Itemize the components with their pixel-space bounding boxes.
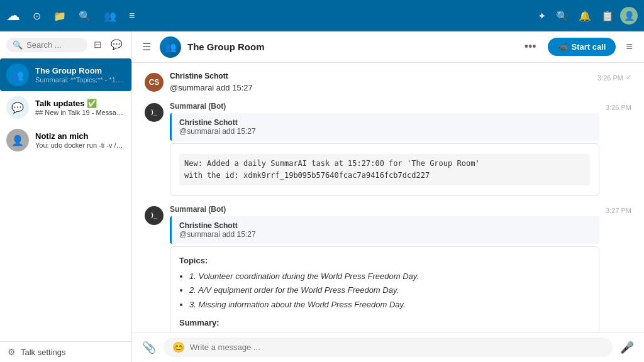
conversation-item-notiz[interactable]: 👤 Notiz an mich You: udo docker run -ti … xyxy=(0,124,131,156)
bot-code-block: New: Added a daily SummarAI task at 15:2… xyxy=(179,154,590,185)
user-avatar[interactable]: 👤 xyxy=(620,7,638,25)
start-call-label: Start call xyxy=(572,42,606,52)
bot-avatar: ⟩_ xyxy=(145,103,164,122)
avatar: CS xyxy=(145,73,164,92)
bot-quoted-message: Christine Schott @summarai add 15:27 xyxy=(170,113,599,141)
summary-label: Summary: xyxy=(179,317,590,330)
quoted-text: @summarai add 15:27 xyxy=(179,127,592,136)
sidebar-footer[interactable]: ⚙ Talk settings xyxy=(0,341,131,362)
nav-right-actions: ✦ 🔍 🔔 📋 👤 xyxy=(534,7,638,25)
video-call-icon: 📹 xyxy=(558,42,568,52)
conversations-list: 👥 The Group Room Summarai: **Topics:** -… xyxy=(0,58,131,341)
bot-summary-body: Topics: 1. Volunteer coordination during… xyxy=(170,246,599,332)
topic-item: 2. A/V equipment order for the World Pre… xyxy=(189,284,590,297)
message-time-3: 3:27 PM xyxy=(606,205,631,214)
filter-icon[interactable]: ⊟ xyxy=(91,36,104,53)
quoted-text-2: @summarai add 15:27 xyxy=(179,230,592,239)
bot-summary-header: Summarai (Bot) xyxy=(170,205,599,214)
sidebar-search-bar: 🔍 ⊟ 💬 xyxy=(0,31,131,58)
bot-name-2: Summarai (Bot) xyxy=(170,205,226,214)
new-chat-icon[interactable]: 💬 xyxy=(108,36,125,53)
nav-icon-contacts[interactable]: 👥 xyxy=(100,8,120,25)
bot-message-body: New: Added a daily SummarAI task at 15:2… xyxy=(170,143,599,196)
sidebar: 🔍 ⊟ 💬 👥 The Group Room Summarai: **Topic… xyxy=(0,31,132,362)
top-navigation: ☁ ⊙ 📁 🔍 👥 ≡ ✦ 🔍 🔔 📋 👤 xyxy=(0,0,644,31)
topics-label: Topics: xyxy=(179,255,590,268)
attach-icon[interactable]: 📎 xyxy=(140,338,158,357)
avatar: 👤 xyxy=(6,129,29,151)
search-input-wrap[interactable]: 🔍 xyxy=(6,38,87,52)
conversation-preview: ## New in Talk 19 - Message... xyxy=(35,109,125,116)
search-input[interactable] xyxy=(26,40,81,50)
message-sender: Christine Schott xyxy=(170,72,591,80)
message-group-1: CS Christine Schott @summarai add 15:27 … xyxy=(145,70,631,96)
nav-icon-circle[interactable]: ⊙ xyxy=(29,8,45,25)
message-input-wrap[interactable]: 😊 xyxy=(164,337,613,357)
search-icon: 🔍 xyxy=(13,40,23,50)
conversation-info: The Group Room Summarai: **Topics:** - *… xyxy=(35,66,125,84)
message-check-icon: ✓ xyxy=(626,74,631,82)
message-input-area: 📎 😊 🎤 xyxy=(132,332,644,362)
conversation-info: Notiz an mich You: udo docker run -ti -v… xyxy=(35,131,125,149)
messages-area: CS Christine Schott @summarai add 15:27 … xyxy=(132,63,644,332)
message-time: 3:26 PM xyxy=(606,102,631,111)
conversation-name: Talk updates ✅ xyxy=(35,99,125,108)
room-name: The Group Room xyxy=(187,41,513,52)
topics-list: 1. Volunteer coordination during the Wor… xyxy=(179,270,590,312)
nav-icon-clipboard[interactable]: 📋 xyxy=(597,8,618,25)
nav-icon-notifications[interactable]: 🔔 xyxy=(575,8,595,25)
quoted-sender: Christine Schott xyxy=(179,118,592,127)
avatar: 💬 xyxy=(6,96,29,119)
app-logo: ☁ xyxy=(6,8,20,24)
conversation-name: The Group Room xyxy=(35,66,125,75)
header-menu-icon[interactable]: ≡ xyxy=(622,38,636,56)
talk-settings-label: Talk settings xyxy=(21,348,66,357)
nav-icon-search[interactable]: 🔍 xyxy=(75,8,95,25)
sidebar-toggle-icon[interactable]: ☰ xyxy=(140,38,153,55)
topic-item: 1. Volunteer coordination during the Wor… xyxy=(189,270,590,283)
conversation-item-talk-updates[interactable]: 💬 Talk updates ✅ ## New in Talk 19 - Mes… xyxy=(0,91,131,124)
main-layout: 🔍 ⊟ 💬 👥 The Group Room Summarai: **Topic… xyxy=(0,31,644,362)
conversation-item-group-room[interactable]: 👥 The Group Room Summarai: **Topics:** -… xyxy=(0,58,131,91)
bot-name: Summarai (Bot) xyxy=(170,102,226,111)
nav-icon-files[interactable]: 📁 xyxy=(50,8,70,25)
nav-icon-star[interactable]: ✦ xyxy=(534,8,550,25)
settings-icon: ⚙ xyxy=(8,347,16,357)
message-text: @summarai add 15:27 xyxy=(170,82,591,94)
message-group-3: ⟩_ Summarai (Bot) Christine Schott @summ… xyxy=(145,205,631,332)
conversation-preview: You: udo docker run -ti -v /va... xyxy=(35,141,125,149)
message-group-2: ⟩_ Summarai (Bot) Christine Schott @summ… xyxy=(145,102,631,199)
more-options-icon[interactable]: ••• xyxy=(519,38,541,56)
message-time: 3:26 PM ✓ xyxy=(597,72,631,82)
mic-icon[interactable]: 🎤 xyxy=(618,338,636,357)
message-row: CS Christine Schott @summarai add 15:27 … xyxy=(145,70,631,96)
emoji-icon[interactable]: 😊 xyxy=(172,341,185,353)
topic-item: 3. Missing information about the World P… xyxy=(189,299,590,312)
avatar: 👥 xyxy=(6,63,29,86)
message-input[interactable] xyxy=(190,343,604,352)
bot-message-header: Summarai (Bot) xyxy=(170,102,599,111)
quoted-sender-2: Christine Schott xyxy=(179,221,592,230)
conversation-preview: Summarai: **Topics:** - *1. D... xyxy=(35,76,125,84)
nav-icon-search-right[interactable]: 🔍 xyxy=(552,8,572,25)
nav-icon-menu[interactable]: ≡ xyxy=(125,8,138,24)
conversation-name: Notiz an mich xyxy=(35,131,125,141)
chat-header: ☰ 👥 The Group Room ••• 📹 Start call ≡ xyxy=(132,31,644,63)
start-call-button[interactable]: 📹 Start call xyxy=(548,38,616,56)
chat-area: ☰ 👥 The Group Room ••• 📹 Start call ≡ CS… xyxy=(132,31,644,362)
bot-quoted-2: Christine Schott @summarai add 15:27 xyxy=(170,216,599,244)
message-content: Christine Schott @summarai add 15:27 xyxy=(170,72,591,94)
room-avatar: 👥 xyxy=(160,36,181,58)
bot-avatar-2: ⟩_ xyxy=(145,206,164,225)
conversation-info: Talk updates ✅ ## New in Talk 19 - Messa… xyxy=(35,99,125,116)
